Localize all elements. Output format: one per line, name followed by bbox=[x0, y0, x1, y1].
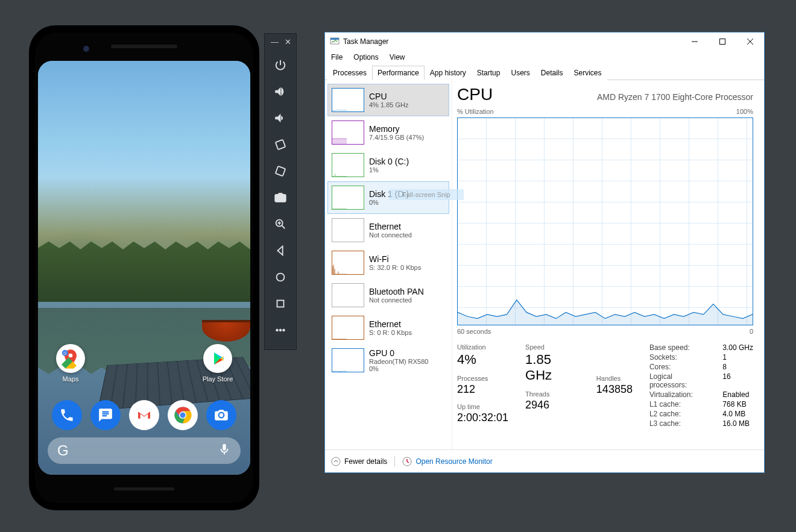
phone-device-frame: 10:15 bbox=[29, 25, 259, 510]
earpiece-speaker bbox=[111, 45, 177, 48]
handles-value: 143858 bbox=[596, 383, 633, 396]
phone-app-icon[interactable] bbox=[52, 400, 82, 430]
sidebar-item-mem[interactable]: Memory 7.4/15.9 GB (47%) bbox=[327, 116, 449, 149]
task-manager-window: Task Manager File Options View Processes… bbox=[324, 32, 765, 473]
gmail-app-icon[interactable] bbox=[129, 400, 159, 430]
sidebar-item-name: CPU bbox=[369, 92, 408, 101]
svg-rect-11 bbox=[276, 166, 285, 176]
rotate-right-button[interactable] bbox=[267, 158, 294, 184]
gpu-thumb-icon bbox=[332, 348, 364, 372]
sidebar-item-sub: 1% bbox=[369, 166, 409, 174]
menu-options[interactable]: Options bbox=[353, 53, 378, 61]
spec-value: 768 KB bbox=[722, 400, 753, 408]
spec-key: Sockets: bbox=[649, 353, 708, 361]
sidebar-item-sub: Not connected bbox=[369, 296, 424, 304]
sidebar-item-name: GPU 0 bbox=[369, 348, 428, 358]
snip-tooltip: Full-screen Snip bbox=[389, 189, 464, 200]
svg-point-15 bbox=[276, 329, 279, 331]
sidebar-item-sub: S: 0 R: 0 Kbps bbox=[369, 329, 412, 336]
minimize-button[interactable] bbox=[681, 33, 709, 51]
tab-bar: Processes Performance App history Startu… bbox=[325, 65, 764, 80]
spec-value: 8 bbox=[722, 363, 753, 371]
disk1-thumb-icon bbox=[332, 186, 364, 210]
sidebar-item-sub: Radeon(TM) RX5800% bbox=[369, 358, 428, 372]
svg-point-16 bbox=[279, 329, 282, 331]
sidebar-item-eth[interactable]: Ethernet Not connected bbox=[327, 214, 449, 246]
y-axis-max: 100% bbox=[736, 108, 753, 115]
screenshot-button[interactable] bbox=[267, 184, 294, 211]
home-button[interactable] bbox=[267, 264, 294, 290]
spec-key: L2 cache: bbox=[649, 410, 708, 418]
messages-app-icon[interactable] bbox=[90, 400, 121, 430]
sidebar-item-bt[interactable]: Bluetooth PAN Not connected bbox=[327, 279, 449, 311]
rotate-left-button[interactable] bbox=[267, 131, 294, 158]
maps-icon: G bbox=[56, 344, 85, 373]
zoom-button[interactable] bbox=[267, 211, 294, 237]
chrome-app-icon[interactable] bbox=[168, 400, 198, 430]
resource-monitor-label: Open Resource Monitor bbox=[415, 457, 492, 466]
sidebar-item-wifi[interactable]: Wi-Fi S: 32.0 R: 0 Kbps bbox=[327, 246, 449, 279]
google-search-bar[interactable]: G bbox=[48, 437, 241, 464]
sidebar-item-gpu[interactable]: GPU 0 Radeon(TM) RX5800% bbox=[327, 344, 449, 377]
phone-top-speaker-area bbox=[35, 33, 253, 61]
fewer-details-button[interactable]: Fewer details bbox=[331, 457, 387, 466]
overview-button[interactable] bbox=[267, 290, 294, 317]
tab-details[interactable]: Details bbox=[535, 66, 569, 80]
tab-services[interactable]: Services bbox=[569, 66, 607, 80]
sidebar-item-cpu[interactable]: CPU 4% 1.85 GHz bbox=[327, 84, 449, 116]
phone-bottom-speaker-area bbox=[35, 475, 253, 503]
svg-point-23 bbox=[332, 457, 340, 466]
speed-value: 1.85 GHz bbox=[525, 352, 580, 383]
more-button[interactable] bbox=[267, 317, 294, 343]
svg-rect-14 bbox=[277, 301, 284, 307]
tab-users[interactable]: Users bbox=[505, 66, 535, 80]
open-resource-monitor-link[interactable]: Open Resource Monitor bbox=[402, 457, 492, 466]
sidebar-item-sub: 4% 1.85 GHz bbox=[369, 101, 408, 108]
tab-startup[interactable]: Startup bbox=[472, 66, 506, 80]
power-button[interactable] bbox=[267, 52, 294, 78]
phone-bezel: 10:15 bbox=[35, 33, 253, 503]
tab-processes[interactable]: Processes bbox=[327, 66, 372, 80]
x-axis-left: 60 seconds bbox=[457, 328, 491, 335]
spec-value: 16 bbox=[722, 372, 753, 389]
svg-point-9 bbox=[180, 413, 186, 418]
app-play-store[interactable]: Play Store bbox=[198, 344, 237, 383]
sidebar-item-eth2[interactable]: Ethernet S: 0 R: 0 Kbps bbox=[327, 311, 449, 344]
uptime-value: 2:00:32:01 bbox=[457, 412, 508, 424]
back-button[interactable] bbox=[267, 237, 294, 264]
svg-point-1 bbox=[69, 353, 73, 357]
tab-performance[interactable]: Performance bbox=[372, 66, 425, 80]
spec-value: Enabled bbox=[722, 390, 753, 399]
sidebar-item-disk[interactable]: Disk 0 (C:) 1% bbox=[327, 149, 449, 181]
minimize-icon[interactable]: — bbox=[271, 37, 279, 46]
phone-screen[interactable]: 10:15 bbox=[38, 61, 250, 475]
cpu-utilization-chart[interactable] bbox=[457, 117, 753, 325]
tab-app-history[interactable]: App history bbox=[425, 66, 472, 80]
x-axis-right: 0 bbox=[750, 328, 753, 335]
separator bbox=[394, 456, 395, 467]
fewer-details-label: Fewer details bbox=[344, 457, 387, 466]
titlebar[interactable]: Task Manager bbox=[325, 33, 764, 51]
volume-down-button[interactable] bbox=[267, 105, 294, 131]
sidebar-item-sub: Not connected bbox=[369, 231, 412, 239]
maximize-button[interactable] bbox=[709, 33, 736, 51]
menu-bar: File Options View bbox=[325, 51, 764, 65]
sidebar-item-name: Memory bbox=[369, 124, 424, 134]
speed-label: Speed bbox=[525, 343, 580, 351]
close-button[interactable] bbox=[736, 33, 764, 51]
svg-rect-21 bbox=[332, 139, 347, 144]
close-icon[interactable]: ✕ bbox=[285, 37, 291, 46]
menu-file[interactable]: File bbox=[331, 53, 343, 61]
processes-value: 212 bbox=[457, 383, 508, 396]
mic-icon[interactable] bbox=[218, 443, 231, 458]
volume-up-button[interactable] bbox=[267, 78, 294, 105]
app-icon bbox=[330, 36, 340, 48]
app-maps[interactable]: G Maps bbox=[51, 344, 90, 383]
spec-key: Base speed: bbox=[649, 343, 708, 352]
spec-key: L1 cache: bbox=[649, 400, 708, 408]
menu-view[interactable]: View bbox=[390, 53, 405, 61]
svg-rect-20 bbox=[720, 39, 725, 45]
spec-value: 16.0 MB bbox=[722, 419, 753, 428]
google-g-icon: G bbox=[57, 442, 69, 459]
camera-app-icon[interactable] bbox=[206, 400, 236, 430]
